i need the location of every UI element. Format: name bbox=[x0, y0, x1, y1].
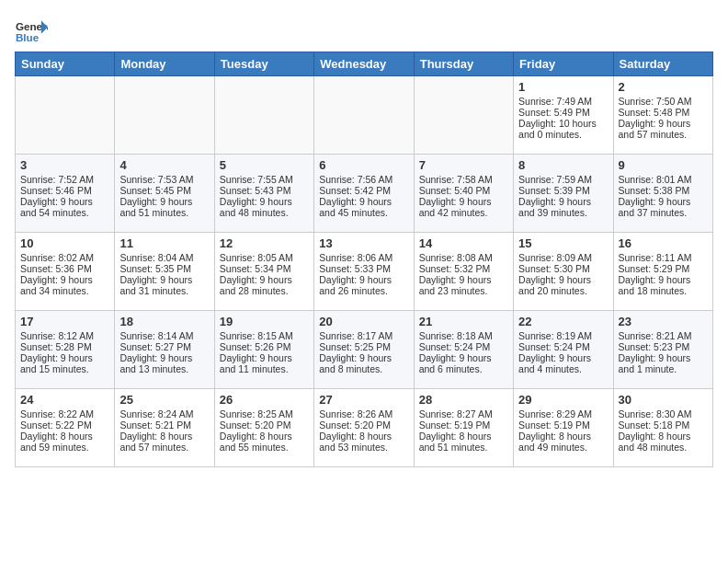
weekday-header-sunday: Sunday bbox=[16, 52, 115, 76]
sunrise-text: Sunrise: 7:55 AM bbox=[220, 174, 309, 185]
page-container: General Blue SundayMondayTuesdayWednesda… bbox=[0, 0, 728, 475]
calendar-table: SundayMondayTuesdayWednesdayThursdayFrid… bbox=[15, 52, 713, 467]
logo: General Blue bbox=[15, 18, 51, 44]
sunrise-text: Sunrise: 8:29 AM bbox=[518, 408, 608, 419]
logo-icon: General Blue bbox=[15, 18, 48, 44]
sunset-text: Sunset: 5:38 PM bbox=[619, 185, 708, 196]
daylight-text: Daylight: 9 hours and 15 minutes. bbox=[20, 352, 109, 374]
sunset-text: Sunset: 5:22 PM bbox=[20, 419, 109, 431]
day-number: 21 bbox=[419, 315, 508, 328]
calendar-week-4: 17Sunrise: 8:12 AMSunset: 5:28 PMDayligh… bbox=[16, 311, 713, 389]
calendar-cell: 19Sunrise: 8:15 AMSunset: 5:26 PMDayligh… bbox=[214, 311, 313, 389]
day-number: 14 bbox=[419, 236, 508, 250]
calendar-week-5: 24Sunrise: 8:22 AMSunset: 5:22 PMDayligh… bbox=[16, 389, 713, 467]
weekday-header-monday: Monday bbox=[115, 52, 214, 76]
sunset-text: Sunset: 5:23 PM bbox=[619, 341, 708, 352]
sunrise-text: Sunrise: 8:12 AM bbox=[20, 330, 109, 341]
sunset-text: Sunset: 5:35 PM bbox=[119, 263, 209, 274]
calendar-cell bbox=[314, 76, 414, 155]
day-number: 30 bbox=[619, 393, 708, 407]
sunset-text: Sunset: 5:43 PM bbox=[220, 185, 309, 196]
calendar-cell: 3Sunrise: 7:52 AMSunset: 5:46 PMDaylight… bbox=[16, 155, 115, 233]
daylight-text: Daylight: 9 hours and 34 minutes. bbox=[20, 274, 109, 296]
sunset-text: Sunset: 5:19 PM bbox=[419, 419, 508, 431]
daylight-text: Daylight: 9 hours and 31 minutes. bbox=[119, 274, 209, 296]
sunrise-text: Sunrise: 8:14 AM bbox=[119, 330, 209, 341]
sunrise-text: Sunrise: 8:06 AM bbox=[319, 252, 408, 263]
day-number: 1 bbox=[518, 80, 608, 94]
sunrise-text: Sunrise: 8:26 AM bbox=[319, 408, 408, 419]
calendar-week-1: 1Sunrise: 7:49 AMSunset: 5:49 PMDaylight… bbox=[16, 76, 713, 155]
svg-text:Blue: Blue bbox=[16, 31, 40, 43]
calendar-cell bbox=[115, 76, 214, 155]
calendar-cell: 15Sunrise: 8:09 AMSunset: 5:30 PMDayligh… bbox=[514, 233, 613, 311]
calendar-cell: 25Sunrise: 8:24 AMSunset: 5:21 PMDayligh… bbox=[115, 389, 214, 467]
sunset-text: Sunset: 5:20 PM bbox=[220, 419, 309, 431]
sunrise-text: Sunrise: 8:04 AM bbox=[119, 252, 209, 263]
sunrise-text: Sunrise: 7:50 AM bbox=[619, 96, 708, 107]
calendar-cell: 17Sunrise: 8:12 AMSunset: 5:28 PMDayligh… bbox=[16, 311, 115, 389]
calendar-cell: 4Sunrise: 7:53 AMSunset: 5:45 PMDaylight… bbox=[115, 155, 214, 233]
day-number: 20 bbox=[319, 315, 408, 328]
sunrise-text: Sunrise: 7:53 AM bbox=[119, 174, 209, 185]
day-number: 16 bbox=[619, 236, 708, 250]
sunset-text: Sunset: 5:21 PM bbox=[119, 419, 209, 431]
sunrise-text: Sunrise: 8:22 AM bbox=[20, 408, 109, 419]
daylight-text: Daylight: 9 hours and 26 minutes. bbox=[319, 274, 408, 296]
sunrise-text: Sunrise: 8:18 AM bbox=[419, 330, 508, 341]
daylight-text: Daylight: 8 hours and 49 minutes. bbox=[518, 431, 608, 453]
sunset-text: Sunset: 5:39 PM bbox=[518, 185, 608, 196]
day-number: 27 bbox=[319, 393, 408, 407]
calendar-cell: 1Sunrise: 7:49 AMSunset: 5:49 PMDaylight… bbox=[514, 76, 613, 155]
weekday-header-wednesday: Wednesday bbox=[314, 52, 414, 76]
day-number: 23 bbox=[619, 315, 708, 328]
day-number: 10 bbox=[20, 236, 109, 250]
daylight-text: Daylight: 9 hours and 39 minutes. bbox=[518, 196, 608, 218]
day-number: 2 bbox=[619, 80, 708, 94]
day-number: 24 bbox=[20, 393, 109, 407]
day-number: 29 bbox=[518, 393, 608, 407]
calendar-cell: 20Sunrise: 8:17 AMSunset: 5:25 PMDayligh… bbox=[314, 311, 414, 389]
sunrise-text: Sunrise: 8:24 AM bbox=[119, 408, 209, 419]
sunset-text: Sunset: 5:48 PM bbox=[619, 107, 708, 118]
calendar-cell: 14Sunrise: 8:08 AMSunset: 5:32 PMDayligh… bbox=[414, 233, 513, 311]
sunrise-text: Sunrise: 7:52 AM bbox=[20, 174, 109, 185]
sunset-text: Sunset: 5:29 PM bbox=[619, 263, 708, 274]
daylight-text: Daylight: 9 hours and 20 minutes. bbox=[518, 274, 608, 296]
calendar-cell: 9Sunrise: 8:01 AMSunset: 5:38 PMDaylight… bbox=[613, 155, 712, 233]
sunset-text: Sunset: 5:32 PM bbox=[419, 263, 508, 274]
day-number: 3 bbox=[20, 158, 109, 172]
calendar-cell bbox=[214, 76, 313, 155]
calendar-cell: 10Sunrise: 8:02 AMSunset: 5:36 PMDayligh… bbox=[16, 233, 115, 311]
sunrise-text: Sunrise: 7:58 AM bbox=[419, 174, 508, 185]
calendar-cell: 28Sunrise: 8:27 AMSunset: 5:19 PMDayligh… bbox=[414, 389, 513, 467]
calendar-cell: 18Sunrise: 8:14 AMSunset: 5:27 PMDayligh… bbox=[115, 311, 214, 389]
calendar-cell: 8Sunrise: 7:59 AMSunset: 5:39 PMDaylight… bbox=[514, 155, 613, 233]
sunset-text: Sunset: 5:33 PM bbox=[319, 263, 408, 274]
daylight-text: Daylight: 9 hours and 42 minutes. bbox=[419, 196, 508, 218]
calendar-cell: 27Sunrise: 8:26 AMSunset: 5:20 PMDayligh… bbox=[314, 389, 414, 467]
daylight-text: Daylight: 9 hours and 57 minutes. bbox=[619, 118, 708, 140]
sunset-text: Sunset: 5:26 PM bbox=[220, 341, 309, 352]
daylight-text: Daylight: 9 hours and 6 minutes. bbox=[419, 352, 508, 374]
sunrise-text: Sunrise: 8:21 AM bbox=[619, 330, 708, 341]
sunset-text: Sunset: 5:42 PM bbox=[319, 185, 408, 196]
day-number: 18 bbox=[119, 315, 209, 328]
sunrise-text: Sunrise: 8:11 AM bbox=[619, 252, 708, 263]
daylight-text: Daylight: 9 hours and 11 minutes. bbox=[220, 352, 309, 374]
sunrise-text: Sunrise: 8:17 AM bbox=[319, 330, 408, 341]
sunset-text: Sunset: 5:27 PM bbox=[119, 341, 209, 352]
sunset-text: Sunset: 5:30 PM bbox=[518, 263, 608, 274]
daylight-text: Daylight: 8 hours and 48 minutes. bbox=[619, 431, 708, 453]
sunset-text: Sunset: 5:24 PM bbox=[518, 341, 608, 352]
daylight-text: Daylight: 9 hours and 23 minutes. bbox=[419, 274, 508, 296]
daylight-text: Daylight: 8 hours and 53 minutes. bbox=[319, 431, 408, 453]
daylight-text: Daylight: 8 hours and 59 minutes. bbox=[20, 431, 109, 453]
sunrise-text: Sunrise: 8:08 AM bbox=[419, 252, 508, 263]
weekday-header-thursday: Thursday bbox=[414, 52, 513, 76]
day-number: 28 bbox=[419, 393, 508, 407]
daylight-text: Daylight: 9 hours and 13 minutes. bbox=[119, 352, 209, 374]
day-number: 15 bbox=[518, 236, 608, 250]
sunset-text: Sunset: 5:40 PM bbox=[419, 185, 508, 196]
daylight-text: Daylight: 9 hours and 18 minutes. bbox=[619, 274, 708, 296]
